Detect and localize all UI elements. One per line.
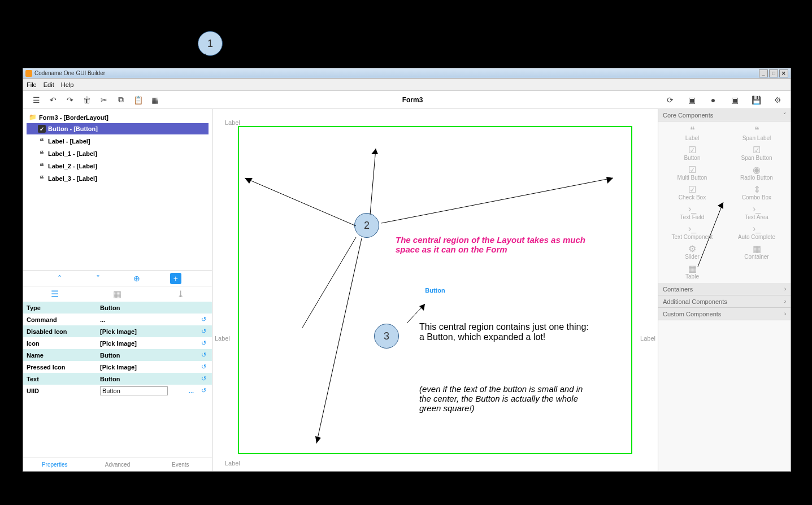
prop-text[interactable]: Text Button ↺ xyxy=(23,373,212,385)
palette-text-area[interactable]: ›_Text Area xyxy=(725,203,788,221)
undo-icon[interactable]: ↶ xyxy=(48,95,58,105)
refresh-icon[interactable]: ⟳ xyxy=(665,95,675,105)
tree-item-label3[interactable]: ❝ Label_3 - [Label] xyxy=(27,173,209,184)
palette-container[interactable]: ▦Container xyxy=(725,242,788,261)
palette-slider[interactable]: ⚙Slider xyxy=(661,242,724,261)
property-tabs: ☰ ▦ ⤓ xyxy=(23,286,212,302)
circle-icon[interactable]: ● xyxy=(708,95,718,105)
delete-icon[interactable]: 🗑 xyxy=(82,95,92,105)
tree-item-label[interactable]: ❝ Label - [Label] xyxy=(27,136,209,147)
palette-button[interactable]: ☑Button xyxy=(661,143,724,162)
palette-check-box[interactable]: ☑Check Box xyxy=(661,183,724,202)
move-down-icon[interactable]: ˅ xyxy=(93,273,104,284)
menu-help[interactable]: Help xyxy=(61,81,74,88)
move-up-icon[interactable]: ˄ xyxy=(54,273,65,284)
annotation-text-2: The central region of the Layout takes a… xyxy=(396,235,590,254)
prop-icon[interactable]: Icon [Pick Image] ↺ xyxy=(23,337,212,349)
label-icon: ❝ xyxy=(38,150,46,158)
palette-label[interactable]: ❝Label xyxy=(661,124,724,142)
tree-item-label2[interactable]: ❝ Label_2 - [Label] xyxy=(27,160,209,172)
uiid-picker[interactable]: ... xyxy=(189,388,194,394)
prop-command[interactable]: Command ... ↺ xyxy=(23,314,212,325)
preview-icon[interactable]: ▦ xyxy=(150,95,160,105)
annotation-circle-3: 3 xyxy=(374,324,399,349)
copy-icon[interactable]: ⧉ xyxy=(116,95,126,105)
reset-icon[interactable]: ↺ xyxy=(198,374,209,384)
add-filled-icon[interactable]: + xyxy=(170,273,181,284)
image-icon[interactable]: ▣ xyxy=(687,95,697,105)
button-icon: ✓ xyxy=(38,125,46,133)
menu-edit[interactable]: Edit xyxy=(44,81,54,88)
check-icon: ☑ xyxy=(685,145,699,155)
canvas[interactable]: Label Label Label Label Button xyxy=(212,109,658,471)
form-title: Form3 xyxy=(163,96,662,104)
tree-actions: ˄ ˅ ⊕ + xyxy=(23,270,212,286)
reset-icon[interactable]: ↺ xyxy=(198,350,209,360)
check-icon: ☑ xyxy=(750,145,763,155)
tab-properties[interactable]: Properties xyxy=(23,458,86,471)
cut-icon[interactable]: ✂ xyxy=(99,95,109,105)
download-icon[interactable]: ⤓ xyxy=(173,289,187,300)
tab-events[interactable]: Events xyxy=(149,458,212,471)
quote-icon: ❝ xyxy=(685,125,699,135)
component-tree: 📁 Form3 - [BorderLayout] ✓ Button - [But… xyxy=(23,109,212,270)
palette-multi-button[interactable]: ☑Multi Button xyxy=(661,163,724,182)
prompt-icon: ›_ xyxy=(685,224,699,234)
palette-core-header[interactable]: Core Components ˅ xyxy=(658,109,791,121)
menu-file[interactable]: File xyxy=(27,81,37,88)
palette-text-component[interactable]: ›_Text Component xyxy=(661,223,724,241)
palette-containers-header[interactable]: Containers› xyxy=(658,283,791,295)
settings-icon[interactable]: ⚙ xyxy=(772,95,783,105)
list-view-icon[interactable]: ☰ xyxy=(48,289,62,300)
palette-auto-complete[interactable]: ›_Auto Complete xyxy=(725,223,788,241)
paste-icon[interactable]: 📋 xyxy=(133,95,143,105)
toolbar: ☰ ↶ ↷ 🗑 ✂ ⧉ 📋 ▦ Form3 ⟳ ▣ ● ▣ 💾 ⚙ xyxy=(23,91,791,109)
titlebar: Codename One GUI Builder _ □ ✕ xyxy=(23,68,791,79)
close-button[interactable]: ✕ xyxy=(779,69,788,77)
grid-icon: ▦ xyxy=(750,243,763,254)
reset-icon[interactable]: ↺ xyxy=(198,326,209,337)
tree-item-label1[interactable]: ❝ Label_1 - [Label] xyxy=(27,148,209,159)
maximize-button[interactable]: □ xyxy=(769,69,778,77)
tab-advanced[interactable]: Advanced xyxy=(86,458,149,471)
prompt-icon: ›_ xyxy=(750,204,763,214)
canvas-label-left: Label xyxy=(215,335,230,342)
right-panel: Core Components ˅ ❝Label ❝Span Label ☑Bu… xyxy=(658,109,791,471)
save-icon[interactable]: 💾 xyxy=(751,95,761,105)
palette-span-label[interactable]: ❝Span Label xyxy=(725,124,788,142)
palette-custom-header[interactable]: Custom Components› xyxy=(658,308,791,320)
menu-icon[interactable]: ☰ xyxy=(31,95,41,105)
radio-icon: ◉ xyxy=(750,164,763,175)
redo-icon[interactable]: ↷ xyxy=(65,95,75,105)
prop-name[interactable]: Name Button ↺ xyxy=(23,349,212,361)
reset-icon[interactable]: ↺ xyxy=(198,338,209,349)
palette-table[interactable]: ▦Table xyxy=(661,262,724,281)
minimize-button[interactable]: _ xyxy=(759,69,768,77)
updown-icon: ⇕ xyxy=(750,184,763,194)
annotation-text-3a: This central region contains just one th… xyxy=(419,322,589,342)
reset-icon[interactable]: ↺ xyxy=(198,315,209,325)
window-title: Codename One GUI Builder xyxy=(34,70,105,76)
chevron-right-icon: › xyxy=(784,298,786,304)
tree-root[interactable]: 📁 Form3 - [BorderLayout] xyxy=(27,112,209,122)
quote-icon: ❝ xyxy=(750,125,763,135)
checkbox-icon: ☑ xyxy=(685,184,699,194)
palette-additional-header[interactable]: Additional Components› xyxy=(658,295,791,308)
picture-icon[interactable]: ▣ xyxy=(730,95,740,105)
reset-icon[interactable]: ↺ xyxy=(198,386,209,396)
prop-uiid[interactable]: UIID ... ↺ xyxy=(23,385,212,397)
prop-disabled-icon[interactable]: Disabled Icon [Pick Image] ↺ xyxy=(23,325,212,337)
prop-pressed-icon[interactable]: Pressed Icon [Pick Image] ↺ xyxy=(23,361,212,373)
uiid-input[interactable] xyxy=(100,386,168,395)
add-icon[interactable]: ⊕ xyxy=(131,273,142,284)
chevron-right-icon: › xyxy=(784,311,786,317)
canvas-label-top: Label xyxy=(225,119,240,126)
grid-view-icon[interactable]: ▦ xyxy=(111,289,124,300)
palette-combo-box[interactable]: ⇕Combo Box xyxy=(725,183,788,202)
tree-item-button[interactable]: ✓ Button - [Button] xyxy=(27,123,209,134)
label-icon: ❝ xyxy=(38,162,46,170)
palette-radio-button[interactable]: ◉Radio Button xyxy=(725,163,788,182)
reset-icon[interactable]: ↺ xyxy=(198,362,209,372)
palette-span-button[interactable]: ☑Span Button xyxy=(725,143,788,162)
palette-text-field[interactable]: ›_Text Field xyxy=(661,203,724,221)
